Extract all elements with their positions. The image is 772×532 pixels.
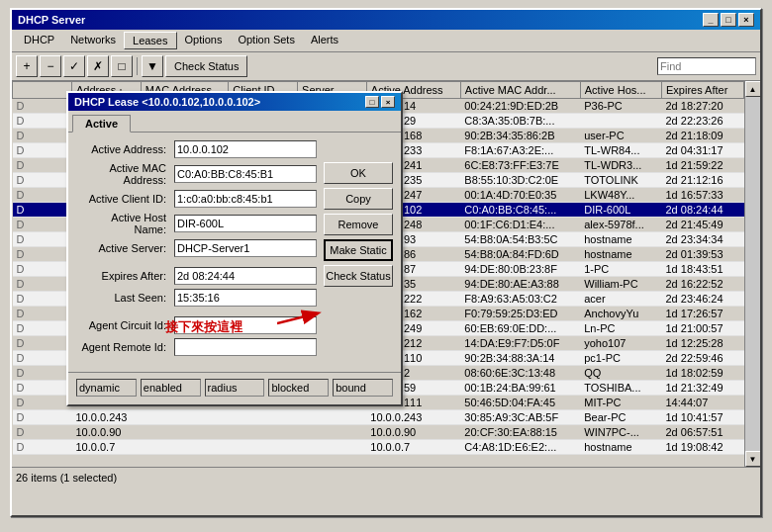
uncheck-button[interactable]: ✗ xyxy=(87,55,109,77)
active-address-label: Active Address: xyxy=(76,143,174,155)
row-active-mac: 54:B8:0A:54:B3:5C xyxy=(460,232,580,247)
dialog-footer: dynamic enabled radius blocked bound xyxy=(68,372,401,404)
row-active-host: acer xyxy=(580,292,661,307)
row-active-mac: 94:DE:80:AE:A3:88 xyxy=(460,277,580,292)
active-host-input[interactable] xyxy=(174,215,317,232)
table-row[interactable]: D10.0.0.24310.0.0.24330:85:A9:3C:AB:5FBe… xyxy=(13,410,744,425)
toolbar-check-status-button[interactable]: Check Status xyxy=(165,55,247,77)
status-bar: 26 items (1 selected) xyxy=(12,467,760,487)
row-active-host xyxy=(580,114,661,129)
row-flag: D xyxy=(13,410,72,425)
row-active-mac: 6C:E8:73:FF:E3:7E xyxy=(460,158,580,173)
dialog-title-bar: DHCP Lease <10.0.0.102,10.0.0.102> □ × xyxy=(68,93,401,111)
row-expires: 1d 18:43:51 xyxy=(661,262,743,277)
row-active-mac: 90:2B:34:35:86:2B xyxy=(460,129,580,143)
row-active-host: William-PC xyxy=(580,277,661,292)
last-seen-row: Last Seen: xyxy=(76,289,317,307)
row-flag: D xyxy=(13,396,72,410)
row-active-mac: 94:DE:80:0B:23:8F xyxy=(460,262,580,277)
row-expires: 2d 06:57:51 xyxy=(661,425,743,440)
expires-input[interactable] xyxy=(174,267,317,285)
maximize-button[interactable]: □ xyxy=(721,13,736,27)
row-active-host: yoho107 xyxy=(580,336,661,351)
col-header-flag xyxy=(13,82,72,99)
row-expires: 1d 17:26:57 xyxy=(661,307,743,321)
row-active-host: hostname xyxy=(580,440,661,455)
scroll-up-button[interactable]: ▲ xyxy=(745,81,761,97)
row-expires: 1d 12:25:28 xyxy=(661,336,743,351)
row-expires: 2d 21:18:09 xyxy=(661,129,743,143)
title-bar: DHCP Server _ □ × xyxy=(12,10,760,30)
remove-button[interactable]: − xyxy=(40,55,61,77)
vertical-scrollbar[interactable]: ▲ ▼ xyxy=(744,81,760,467)
row-flag: D xyxy=(13,351,72,366)
last-seen-input[interactable] xyxy=(174,289,317,307)
row-active-host: AnchovyYu xyxy=(580,307,661,321)
last-seen-label: Last Seen: xyxy=(76,292,174,304)
dialog-tab-bar: Active xyxy=(68,111,401,133)
row-expires: 2d 22:59:46 xyxy=(661,351,743,366)
row-active-mac: C8:3A:35:0B:7B:... xyxy=(460,114,580,129)
filter-button[interactable]: ▼ xyxy=(142,55,163,77)
row-expires: 1d 10:41:57 xyxy=(661,410,743,425)
row-expires: 2d 01:39:53 xyxy=(661,247,743,262)
menu-leases[interactable]: Leases xyxy=(124,32,176,49)
agent-remote-input[interactable] xyxy=(174,338,317,356)
row-flag: D xyxy=(13,366,72,381)
col-header-active-host[interactable]: Active Hos... xyxy=(580,82,661,99)
dialog-close-button[interactable]: × xyxy=(381,96,395,108)
row-active-mac: 00:1F:C6:D1:E4:... xyxy=(460,218,580,232)
check-status-dialog-button[interactable]: Check Status xyxy=(324,265,393,287)
close-button[interactable]: × xyxy=(738,13,754,27)
agent-circuit-input[interactable] xyxy=(174,316,317,334)
row-active-mac: 14:DA:E9:F7:D5:0F xyxy=(460,336,580,351)
active-client-input[interactable] xyxy=(174,190,317,208)
table-row[interactable]: D10.0.0.710.0.0.7C4:A8:1D:E6:E2:...hostn… xyxy=(13,440,744,455)
menu-options[interactable]: Options xyxy=(177,32,231,49)
active-address-input[interactable] xyxy=(174,140,317,158)
row-active-host: Ln-PC xyxy=(580,321,661,336)
active-mac-input[interactable] xyxy=(174,165,317,183)
row-active-host: 1-PC xyxy=(580,262,661,277)
active-server-input[interactable] xyxy=(174,239,317,257)
expires-label: Expires After: xyxy=(76,270,174,282)
row-active-address: 10.0.0.7 xyxy=(366,440,460,455)
col-header-expires[interactable]: Expires After xyxy=(661,82,743,99)
row-expires: 2d 23:46:24 xyxy=(661,292,743,307)
scroll-track[interactable] xyxy=(745,97,760,451)
add-button[interactable]: + xyxy=(16,55,38,77)
find-input[interactable] xyxy=(657,57,756,75)
row-active-host: pc1-PC xyxy=(580,351,661,366)
scroll-down-button[interactable]: ▼ xyxy=(745,451,761,467)
menu-dhcp[interactable]: DHCP xyxy=(16,32,62,49)
row-active-host: alex-5978f... xyxy=(580,218,661,232)
col-header-active-mac[interactable]: Active MAC Addr... xyxy=(460,82,580,99)
dialog-tab-active[interactable]: Active xyxy=(72,115,131,133)
menu-alerts[interactable]: Alerts xyxy=(303,32,346,49)
check-button[interactable]: ✓ xyxy=(63,55,85,77)
row-expires: 1d 21:00:57 xyxy=(661,321,743,336)
minimize-button[interactable]: _ xyxy=(703,13,719,27)
dialog-maximize-button[interactable]: □ xyxy=(365,96,379,108)
row-expires: 2d 23:34:34 xyxy=(661,232,743,247)
row-active-host: user-PC xyxy=(580,129,661,143)
row-active-mac: F8:1A:67:A3:2E:... xyxy=(460,143,580,158)
row-active-mac: 50:46:5D:04:FA:45 xyxy=(460,396,580,410)
dialog-title-buttons: □ × xyxy=(365,96,395,108)
row-flag: D xyxy=(13,218,72,232)
row-active-host: WIN7PC-... xyxy=(580,425,661,440)
row-active-mac: 60:EB:69:0E:DD:... xyxy=(460,321,580,336)
make-static-button[interactable]: Make Static xyxy=(324,239,393,261)
menu-option-sets[interactable]: Option Sets xyxy=(230,32,302,49)
copy-dialog-button[interactable]: Copy xyxy=(324,188,393,210)
row-flag: D xyxy=(13,425,72,440)
main-window: DHCP Server _ □ × DHCP Networks Leases O… xyxy=(10,8,762,517)
remove-button[interactable]: Remove xyxy=(324,214,393,235)
row-active-address: 10.0.0.243 xyxy=(366,410,460,425)
row-flag: D xyxy=(13,232,72,247)
table-row[interactable]: D10.0.0.9010.0.0.9020:CF:30:EA:88:15WIN7… xyxy=(13,425,744,440)
menu-networks[interactable]: Networks xyxy=(62,32,124,49)
row-active-host: LKW48Y... xyxy=(580,188,661,203)
copy-button[interactable]: □ xyxy=(111,55,133,77)
ok-button[interactable]: OK xyxy=(324,162,393,184)
